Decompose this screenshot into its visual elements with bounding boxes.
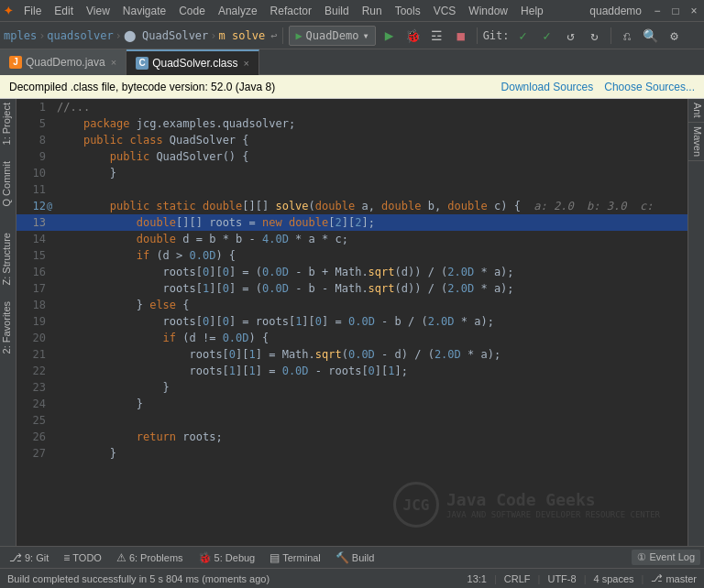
- todo-icon: ≡: [63, 551, 70, 564]
- code-line: public class QuadSolver {: [53, 132, 688, 148]
- git-history-button[interactable]: ↺: [561, 26, 581, 46]
- code-line: roots[0][1] = Math.sqrt(0.0D - d) / (2.0…: [53, 346, 688, 363]
- java-icon: J: [9, 56, 22, 69]
- menu-vcs[interactable]: VCS: [428, 3, 462, 19]
- table-row: 27 }: [16, 445, 688, 462]
- menu-refactor[interactable]: Refactor: [265, 3, 317, 19]
- code-line: package jcg.examples.quadsolver;: [53, 115, 688, 132]
- menu-help[interactable]: Help: [515, 3, 549, 19]
- tab-quadsolver-close[interactable]: ×: [244, 58, 249, 69]
- sidebar-item-maven[interactable]: Maven: [688, 123, 704, 161]
- line-number: 13: [16, 214, 53, 231]
- line-number: 25: [16, 412, 53, 429]
- download-sources-link[interactable]: Download Sources: [501, 81, 594, 93]
- status-crlf[interactable]: CRLF: [504, 573, 531, 584]
- bottom-tab-todo[interactable]: ≡ TODO: [58, 550, 107, 566]
- menu-tools[interactable]: Tools: [390, 3, 426, 19]
- menu-edit[interactable]: Edit: [49, 3, 79, 19]
- tab-quaddemo-java[interactable]: J QuadDemo.java ×: [0, 49, 126, 75]
- line-number: 8: [16, 132, 53, 148]
- vcs-icon: ⎇: [651, 572, 663, 584]
- editor-area: 1 //... 5 package jc: [16, 99, 688, 546]
- git-check2-button[interactable]: ✓: [537, 26, 557, 46]
- status-indent[interactable]: 4 spaces: [593, 573, 633, 584]
- line-number: 23: [16, 379, 53, 396]
- sidebar-item-ant[interactable]: Ant: [688, 99, 704, 123]
- table-row: 24 }: [16, 396, 688, 412]
- bottom-tab-terminal[interactable]: ▤ Terminal: [264, 550, 326, 566]
- app-icon: ✦: [4, 5, 13, 17]
- line-number: 10: [16, 165, 53, 181]
- bottom-tab-event-log[interactable]: ① Event Log: [632, 550, 700, 565]
- minimize-button[interactable]: −: [651, 5, 664, 17]
- menu-build[interactable]: Build: [319, 3, 355, 19]
- close-button[interactable]: ×: [688, 5, 700, 17]
- run-button[interactable]: ▶: [380, 26, 400, 46]
- menu-run[interactable]: Run: [357, 3, 388, 19]
- code-line: //...: [53, 99, 688, 115]
- code-line: }: [53, 445, 688, 462]
- sidebar-item-project[interactable]: 1: Project: [0, 99, 16, 148]
- menu-code[interactable]: Code: [173, 3, 211, 19]
- table-row: 18 } else {: [16, 297, 688, 313]
- menu-file[interactable]: File: [18, 3, 47, 19]
- choose-sources-link[interactable]: Choose Sources...: [604, 81, 695, 93]
- separator-3: [610, 27, 611, 44]
- sidebar-item-favorites[interactable]: 2: Favorites: [0, 298, 16, 357]
- search-button[interactable]: 🔍: [641, 26, 661, 46]
- jcg-watermark: JCG Java Code Geeks JAVA AND SOFTWARE DE…: [393, 482, 660, 528]
- git-checkmark-button[interactable]: ✓: [513, 26, 534, 46]
- menu-navigate[interactable]: Navigate: [117, 3, 171, 19]
- code-table: 1 //... 5 package jc: [16, 99, 688, 462]
- code-line: }: [53, 379, 688, 396]
- sidebar-item-commit[interactable]: Q Commit: [0, 158, 16, 211]
- menu-view[interactable]: View: [81, 3, 116, 19]
- line-number: 26: [16, 429, 53, 445]
- bottom-tab-git[interactable]: ⎇ 9: Git: [4, 550, 54, 566]
- bottom-tab-debug[interactable]: 🐞 5: Debug: [192, 550, 261, 566]
- class-icon: C: [136, 57, 148, 70]
- table-row: 22 roots[1][1] = 0.0D - roots[0][1];: [16, 363, 688, 379]
- breadcrumb-solve[interactable]: m solve: [219, 29, 266, 42]
- code-line: } else {: [53, 297, 688, 313]
- code-container[interactable]: 1 //... 5 package jc: [16, 99, 688, 546]
- line-number: 20: [16, 330, 53, 346]
- debug-icon: 🐞: [198, 551, 212, 564]
- tab-quaddemo-label: QuadDemo.java: [26, 56, 105, 69]
- event-log-label: ① Event Log: [637, 551, 695, 563]
- breadcrumb-quadsolver[interactable]: quadsolver: [47, 29, 113, 42]
- bottom-tab-todo-label: TODO: [72, 552, 102, 563]
- vcs-button[interactable]: ⎌: [617, 26, 637, 46]
- menu-analyze[interactable]: Analyze: [213, 3, 263, 19]
- table-row: 16 roots[0][0] = (0.0D - b + Math.sqrt(d…: [16, 264, 688, 280]
- table-row: 21 roots[0][1] = Math.sqrt(0.0D - d) / (…: [16, 346, 688, 363]
- breadcrumb-samples[interactable]: mples: [4, 29, 37, 42]
- left-sidebar: 1: Project Q Commit Z: Structure 2: Favo…: [0, 99, 16, 546]
- code-line: if (d > 0.0D) {: [53, 247, 688, 264]
- line-number: 21: [16, 346, 53, 363]
- bottom-tab-debug-label: 5: Debug: [214, 552, 256, 563]
- table-row: 5 package jcg.examples.quadsolver;: [16, 115, 688, 132]
- bottom-tab-build[interactable]: 🔨 Build: [330, 550, 380, 566]
- bottom-tab-problems[interactable]: ⚠ 6: Problems: [111, 550, 189, 566]
- status-position[interactable]: 13:1: [468, 573, 487, 584]
- line-number: 17: [16, 280, 53, 297]
- maximize-button[interactable]: □: [669, 5, 682, 17]
- status-vcs[interactable]: ⎇ master: [651, 572, 697, 584]
- debug-button[interactable]: 🐞: [403, 26, 424, 46]
- menu-window[interactable]: Window: [463, 3, 513, 19]
- tab-quadsolver-class[interactable]: C QuadSolver.class ×: [126, 49, 259, 75]
- settings-button[interactable]: ⚙: [665, 26, 685, 46]
- coverage-button[interactable]: ☲: [427, 26, 447, 46]
- breadcrumb-quadsolver-class[interactable]: ⬤ QuadSolver: [124, 29, 208, 42]
- stop-button[interactable]: ■: [451, 26, 471, 46]
- code-line: return roots;: [53, 429, 688, 445]
- run-config-dropdown[interactable]: ▶ QuadDemo ▾: [289, 26, 375, 46]
- line-number: 1: [16, 99, 53, 115]
- sidebar-item-structure[interactable]: Z: Structure: [0, 229, 16, 289]
- status-encoding[interactable]: UTF-8: [547, 573, 576, 584]
- line-number: 9: [16, 148, 53, 165]
- tab-quaddemo-close[interactable]: ×: [111, 57, 116, 68]
- code-line: roots[1][0] = (0.0D - b - Math.sqrt(d)) …: [53, 280, 688, 297]
- git-refresh-button[interactable]: ↻: [585, 26, 605, 46]
